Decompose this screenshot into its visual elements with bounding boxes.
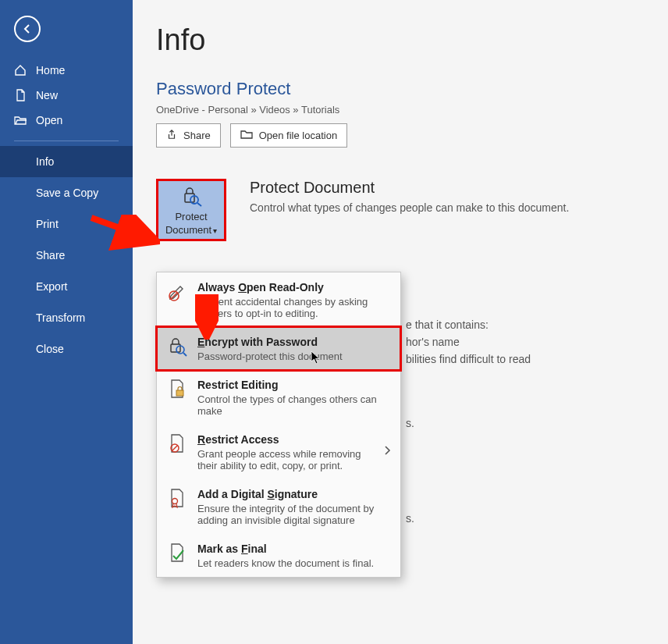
chevron-right-icon bbox=[383, 445, 391, 459]
sidebar-item-open[interactable]: Open bbox=[0, 108, 133, 133]
menu-item-description: Password-protect this document bbox=[197, 350, 391, 362]
menu-item-title: Mark as Final bbox=[197, 543, 267, 555]
home-icon bbox=[14, 64, 27, 76]
protect-button-label-line1: Protect bbox=[175, 211, 207, 222]
share-icon bbox=[166, 129, 177, 142]
sidebar-item-print[interactable]: Print bbox=[0, 208, 133, 240]
partial-line: s. bbox=[406, 415, 531, 432]
breadcrumb: OneDrive - Personal » Videos » Tutorials bbox=[156, 104, 668, 116]
inspect-document-partial-text: e that it contains: hor's name bilities … bbox=[406, 316, 531, 527]
menu-item-title: Add a Digital Signature bbox=[197, 488, 318, 500]
document-title: Password Protect bbox=[156, 79, 668, 99]
page-title: Info bbox=[156, 23, 668, 57]
word-backstage-info: P Home New bbox=[0, 0, 668, 644]
menu-item-title: Restrict Access bbox=[197, 433, 279, 446]
menu-item-description: Let readers know the document is final. bbox=[197, 557, 391, 569]
sidebar-item-share[interactable]: Share bbox=[0, 240, 133, 271]
sidebar-item-label: Close bbox=[36, 343, 64, 355]
document-check-icon bbox=[166, 542, 188, 564]
document-block-icon bbox=[166, 432, 188, 454]
share-button-label: Share bbox=[183, 130, 211, 141]
back-arrow-icon bbox=[22, 23, 33, 34]
protect-section-text: Protect Document Control what types of c… bbox=[250, 179, 569, 214]
sidebar-item-label: Home bbox=[36, 64, 65, 76]
folder-icon bbox=[240, 129, 253, 142]
menu-item-description: Ensure the integrity of the document by … bbox=[197, 503, 391, 526]
svg-line-7 bbox=[183, 353, 187, 356]
share-button[interactable]: Share bbox=[156, 123, 221, 148]
sidebar-item-info[interactable]: Info bbox=[0, 146, 133, 177]
svg-point-11 bbox=[172, 499, 178, 504]
protect-heading: Protect Document bbox=[250, 179, 569, 197]
lock-search-icon bbox=[166, 335, 188, 357]
protect-description: Control what types of changes people can… bbox=[250, 201, 569, 214]
menu-item-encrypt-with-password[interactable]: Encrypt with Password Password-protect t… bbox=[157, 327, 400, 370]
protect-document-button[interactable]: Protect Document▾ bbox=[156, 179, 226, 241]
menu-item-title: Encrypt with Password bbox=[197, 336, 318, 348]
sidebar-item-label: Save a Copy bbox=[36, 187, 98, 199]
svg-line-2 bbox=[197, 203, 201, 206]
sidebar-item-save-a-copy[interactable]: Save a Copy bbox=[0, 177, 133, 208]
sidebar-primary: Home New Open bbox=[0, 58, 133, 133]
pencil-block-icon bbox=[166, 280, 188, 302]
lock-search-icon bbox=[179, 185, 203, 209]
menu-item-description: Control the types of changes others can … bbox=[197, 393, 391, 417]
menu-item-mark-as-final[interactable]: Mark as Final Let readers know the docum… bbox=[157, 534, 400, 577]
menu-item-restrict-access[interactable]: Restrict Access Grant people access whil… bbox=[157, 425, 400, 479]
sidebar-item-label: Transform bbox=[36, 311, 85, 324]
sidebar-item-label: Open bbox=[36, 114, 62, 126]
menu-item-always-open-read-only[interactable]: Always Open Read-Only Prevent accidental… bbox=[157, 272, 400, 327]
sidebar-item-label: Print bbox=[36, 218, 59, 230]
partial-line: s. bbox=[406, 510, 531, 527]
sidebar-item-label: New bbox=[36, 89, 58, 101]
menu-item-restrict-editing[interactable]: Restrict Editing Control the types of ch… bbox=[157, 370, 400, 425]
sidebar-item-new[interactable]: New bbox=[0, 83, 133, 108]
menu-item-title: Restrict Editing bbox=[197, 379, 278, 391]
open-location-label: Open file location bbox=[259, 130, 337, 141]
new-file-icon bbox=[14, 89, 27, 101]
open-folder-icon bbox=[14, 114, 27, 126]
menu-item-description: Prevent accidental changes by asking rea… bbox=[197, 296, 391, 319]
sidebar-item-label: Share bbox=[36, 249, 65, 262]
sidebar-secondary: Info Save a Copy Print Share Export Tran… bbox=[0, 146, 133, 365]
back-button[interactable] bbox=[14, 16, 41, 42]
sidebar-divider bbox=[14, 141, 119, 141]
menu-item-title: Always Open Read-Only bbox=[197, 281, 324, 294]
svg-rect-0 bbox=[185, 194, 194, 202]
sidebar-item-home[interactable]: Home bbox=[0, 58, 133, 83]
protect-document-dropdown: Always Open Read-Only Prevent accidental… bbox=[156, 272, 401, 578]
partial-line: bilities find difficult to read bbox=[406, 350, 531, 368]
svg-rect-8 bbox=[176, 390, 183, 396]
protect-button-label-line2: Document bbox=[165, 224, 211, 236]
open-location-button[interactable]: Open file location bbox=[230, 123, 347, 148]
menu-item-add-digital-signature[interactable]: Add a Digital Signature Ensure the integ… bbox=[157, 479, 400, 534]
sidebar-item-label: Info bbox=[36, 155, 54, 168]
sidebar-item-export[interactable]: Export bbox=[0, 271, 133, 302]
backstage-sidebar: Home New Open Info Save a Copy Print Sha… bbox=[0, 0, 133, 644]
sidebar-item-close[interactable]: Close bbox=[0, 333, 133, 365]
partial-line: hor's name bbox=[406, 333, 531, 350]
partial-line: e that it contains: bbox=[406, 316, 531, 333]
protect-section-row: Protect Document▾ Protect Document Contr… bbox=[156, 179, 668, 241]
sidebar-item-transform[interactable]: Transform bbox=[0, 302, 133, 333]
sidebar-item-label: Export bbox=[36, 280, 67, 293]
document-lock-icon bbox=[166, 378, 188, 400]
document-ribbon-icon bbox=[166, 487, 188, 509]
chevron-down-icon: ▾ bbox=[213, 226, 217, 235]
svg-line-10 bbox=[172, 446, 178, 451]
menu-item-description: Grant people access while removing their… bbox=[197, 448, 374, 471]
toolbar: Share Open file location bbox=[156, 123, 668, 148]
